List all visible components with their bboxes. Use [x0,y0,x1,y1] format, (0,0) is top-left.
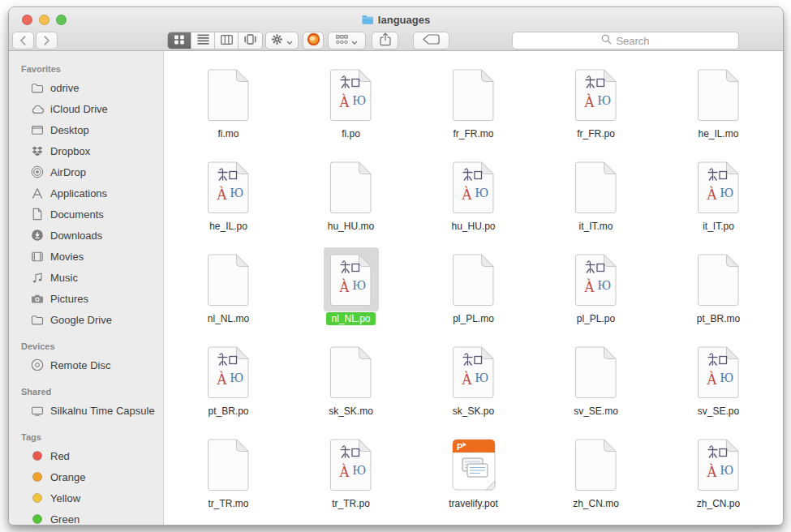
file-item-he-il-po[interactable]: À Юhe_IL.po [167,155,290,247]
file-name: it_IT.mo [574,220,617,233]
file-item-zh-cn-po[interactable]: À Юzh_CN.po [657,432,780,525]
file-item-it-it-po[interactable]: À Юit_IT.po [657,155,780,247]
arrange-menu-button[interactable] [328,32,366,49]
file-name: fr_FR.po [572,127,620,140]
sidebar-item-label: Google Drive [50,314,112,326]
sidebar-item-dropbox[interactable]: Dropbox [9,140,163,161]
sidebar-item-documents[interactable]: Documents [9,204,163,225]
translation-document-icon: À Ю [324,432,379,496]
sidebar-item-music[interactable]: Music [9,267,163,288]
file-name: fr_FR.mo [448,127,498,140]
sidebar-item-orange[interactable]: Orange [9,466,163,487]
movies-icon [30,250,45,264]
sidebar-item-label: Orange [50,471,85,483]
file-item-hu-hu-mo[interactable]: hu_HU.mo [290,155,412,247]
file-item-sv-se-po[interactable]: À Юsv_SE.po [657,340,780,432]
file-item-travelify-pot[interactable]: P travelify.pot [412,432,535,525]
pictures-icon [30,292,45,306]
file-name: sv_SE.mo [569,405,623,418]
file-name: sv_SE.po [693,405,744,418]
folder-icon [362,15,374,28]
file-item-nl-nl-mo[interactable]: nl_NL.mo [167,247,290,340]
search-icon [601,34,612,47]
icon-view-button[interactable] [168,32,191,49]
sidebar-section-title: Favorites [9,61,163,77]
sidebar-item-label: Remote Disc [50,359,110,371]
svg-text:À: À [217,371,227,388]
sidebar-item-downloads[interactable]: Downloads [9,225,163,246]
sidebar-item-movies[interactable]: Movies [9,246,163,267]
sidebar-section-tags: TagsRedOrangeYellowGreen [9,429,163,525]
sidebar-item-applications[interactable]: Applications [9,182,163,204]
file-item-fi-mo[interactable]: fi.mo [167,62,290,155]
translation-document-icon: À Ю [569,62,624,127]
sidebar-item-label: Dropbox [50,145,90,157]
poedit-app-button[interactable] [303,32,324,49]
sidebar-item-airdrop[interactable]: AirDrop [9,161,163,182]
file-item-hu-hu-po[interactable]: À Юhu_HU.po [412,155,535,247]
translation-document-icon: À Ю [201,340,256,404]
coverflow-view-button[interactable] [239,32,262,49]
file-item-fr-fr-mo[interactable]: fr_FR.mo [412,62,535,155]
file-item-it-it-mo[interactable]: it_IT.mo [535,155,657,247]
action-menu-button[interactable] [265,32,299,49]
chevron-down-icon [351,33,358,48]
sidebar-item-pictures[interactable]: Pictures [9,288,163,309]
back-button[interactable] [12,32,34,49]
file-item-pt-br-po[interactable]: À Юpt_BR.po [167,340,290,432]
sidebar-item-remote-disc[interactable]: Remote Disc [9,354,163,375]
column-view-button[interactable] [215,32,239,49]
sidebar-item-icloud-drive[interactable]: iCloud Drive [9,98,163,119]
sidebar-item-google-drive[interactable]: Google Drive [9,309,163,330]
search-input[interactable]: Search [512,32,739,49]
svg-text:À: À [707,463,717,480]
tag-dot-icon [30,491,45,505]
sidebar-item-odrive[interactable]: odrive [9,77,163,98]
file-name: fi.mo [213,127,243,140]
sidebar-item-yellow[interactable]: Yellow [9,487,163,508]
share-button[interactable] [372,32,398,49]
translation-document-icon: À Ю [324,247,379,311]
chevron-down-icon [286,33,293,48]
file-name: pt_BR.mo [692,312,745,325]
svg-text:À: À [707,186,717,203]
applications-icon [30,187,45,200]
sidebar-item-label: Yellow [50,492,80,504]
disc-icon [30,358,45,372]
file-item-nl-nl-po[interactable]: À Юnl_NL.po [290,247,412,340]
forward-button[interactable] [36,32,58,49]
svg-text:À: À [707,371,717,388]
sidebar-item-green[interactable]: Green [9,508,163,525]
sidebar-item-red[interactable]: Red [9,445,163,466]
file-item-fr-fr-po[interactable]: À Юfr_FR.po [535,62,657,155]
file-name: pl_PL.mo [448,312,499,325]
file-name: pt_BR.po [203,405,253,418]
file-item-he-il-mo[interactable]: he_IL.mo [657,62,780,155]
file-item-sk-sk-mo[interactable]: sk_SK.mo [290,340,412,432]
file-item-pl-pl-mo[interactable]: pl_PL.mo [412,247,535,340]
file-item-sk-sk-po[interactable]: À Юsk_SK.po [412,340,535,432]
sidebar-item-label: AirDrop [50,166,86,178]
file-name: sk_SK.po [448,405,499,418]
music-icon [30,271,45,285]
file-item-zh-cn-mo[interactable]: zh_CN.mo [535,432,657,525]
file-name: he_IL.mo [693,127,743,140]
file-item-fi-po[interactable]: À Юfi.po [290,62,412,155]
sidebar-item-label: Music [50,272,78,284]
sidebar-item-desktop[interactable]: Desktop [9,119,163,140]
document-icon [201,432,256,496]
file-item-tr-tr-po[interactable]: À Юtr_TR.po [290,432,412,525]
list-view-icon [197,33,209,48]
file-item-pt-br-mo[interactable]: pt_BR.mo [657,247,780,340]
edit-tags-button[interactable] [413,32,449,49]
file-item-tr-tr-mo[interactable]: tr_TR.mo [167,432,290,525]
file-item-pl-pl-po[interactable]: À Юpl_PL.po [535,247,657,340]
list-view-button[interactable] [191,32,215,49]
sidebar-item-silkalnu-time-capsule[interactable]: Silkalnu Time Capsule [9,400,163,421]
file-name: zh_CN.mo [568,497,624,510]
file-name: he_IL.po [204,220,252,233]
file-item-sv-se-mo[interactable]: sv_SE.mo [535,340,657,432]
sidebar-item-label: Movies [50,251,84,263]
desktop-icon [30,123,45,137]
svg-text:Ю: Ю [475,185,488,199]
